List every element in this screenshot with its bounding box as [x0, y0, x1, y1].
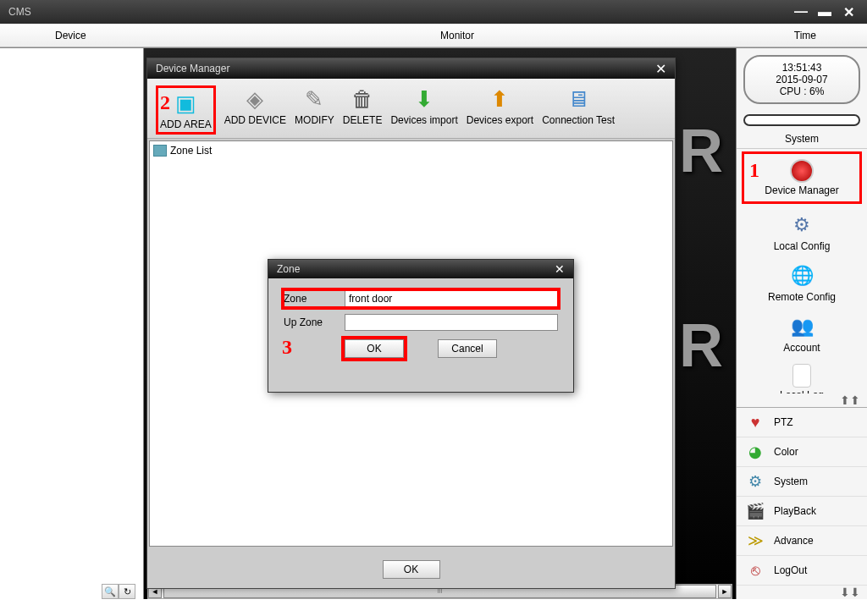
dm-title-bar[interactable]: Device Manager ✕ [147, 58, 675, 79]
playback-icon: 🎬 [745, 502, 765, 520]
sys-label: Remote Config [738, 291, 865, 303]
status-display: 13:51:43 2015-09-07 CPU : 6% [743, 55, 860, 104]
zone-input[interactable] [345, 290, 558, 307]
tree-root-item[interactable]: Zone List [153, 145, 669, 157]
app-title: CMS [8, 6, 31, 18]
toolbar-add-device[interactable]: ◈ ADD DEVICE [224, 85, 286, 135]
annotation-3: 3 [282, 336, 292, 359]
toolbar-add-area[interactable]: 2 ▣ ADD AREA [156, 85, 216, 135]
system-section-header: System [737, 129, 867, 149]
menu-color[interactable]: ◕Color [737, 437, 867, 467]
upzone-input[interactable] [345, 314, 558, 331]
menu-time[interactable]: Time [794, 30, 816, 41]
scroll-down-arrow[interactable]: ⬇⬇ [737, 586, 867, 599]
scroll-right-button[interactable]: ► [718, 585, 732, 598]
color-icon: ◕ [745, 443, 765, 461]
menu-monitor[interactable]: Monitor [440, 30, 474, 41]
maximize-button[interactable]: ▬ [815, 5, 835, 19]
sys-label: Local Config [738, 240, 865, 252]
zone-dialog: Zone ✕ Zone Up Zone 3 OK Cancel [268, 259, 574, 393]
menu-advance[interactable]: ≫Advance [737, 526, 867, 556]
dm-ok-button[interactable]: OK [383, 560, 440, 579]
annotation-1: 1 [749, 159, 759, 182]
local-log-icon [792, 364, 811, 388]
logout-icon: ⎋ [745, 561, 765, 580]
menu-device[interactable]: Device [55, 30, 86, 41]
system-item-local-log[interactable]: Local Log [737, 359, 867, 393]
add-device-icon: ◈ [240, 85, 270, 113]
local-config-icon: ⚙ [788, 212, 815, 239]
sys-label: Account [738, 342, 865, 354]
date-text: 2015-09-07 [754, 74, 850, 85]
menu-logout[interactable]: ⎋LogOut [737, 556, 867, 586]
toolbar-modify[interactable]: ✎ MODIFY [295, 85, 334, 135]
app-title-bar: CMS — ▬ ✕ [0, 0, 867, 24]
right-control-panel: 13:51:43 2015-09-07 CPU : 6% System 1 De… [736, 48, 867, 599]
remote-config-icon: 🌐 [788, 262, 815, 289]
toolbar-delete[interactable]: 🗑 DELETE [343, 85, 383, 135]
refresh-button[interactable]: ↻ [119, 584, 135, 599]
zone-cancel-button[interactable]: Cancel [438, 339, 497, 358]
zone-label: Zone [284, 293, 345, 305]
close-button[interactable]: ✕ [838, 5, 859, 19]
zone-close-button[interactable]: ✕ [555, 262, 565, 276]
clock-text: 13:51:43 [754, 62, 850, 74]
top-menu-bar: Device Monitor Time [0, 24, 867, 47]
tree-root-label: Zone List [170, 145, 212, 157]
import-icon: ⬇ [409, 85, 439, 113]
dm-title-text: Device Manager [156, 63, 229, 74]
system-items-list: 1 Device Manager ⚙ Local Config 🌐 Remote… [737, 149, 867, 393]
export-icon: ⬆ [484, 85, 515, 113]
bottom-menu-list: ♥PTZ ◕Color ⚙System 🎬PlayBack ≫Advance ⎋… [737, 407, 867, 586]
zone-name-row: Zone [284, 290, 558, 307]
zone-ok-button[interactable]: OK [345, 339, 404, 358]
conn-test-icon: 🖥 [563, 85, 594, 113]
system-icon: ⚙ [745, 472, 765, 491]
minimize-button[interactable]: — [791, 5, 811, 19]
ptz-icon: ♥ [745, 413, 765, 432]
device-manager-icon [790, 159, 814, 183]
annotation-2: 2 [160, 91, 170, 114]
left-device-panel: 🔍↻ [0, 48, 144, 599]
menu-playback[interactable]: 🎬PlayBack [737, 497, 867, 526]
dm-toolbar: 2 ▣ ADD AREA ◈ ADD DEVICE ✎ MODIFY 🗑 DEL… [147, 79, 675, 139]
sys-label: Device Manager [746, 184, 858, 196]
delete-icon: 🗑 [347, 85, 378, 113]
zone-list-icon [153, 145, 167, 157]
menu-system[interactable]: ⚙System [737, 467, 867, 497]
advance-icon: ≫ [745, 531, 765, 550]
watermark-R2: R [679, 311, 723, 380]
zone-title-bar[interactable]: Zone ✕ [268, 260, 573, 278]
dm-close-button[interactable]: ✕ [655, 61, 666, 77]
scroll-up-arrow[interactable]: ⬆⬆ [737, 393, 867, 407]
cpu-progress-bar [743, 114, 860, 126]
watermark-R1: R [679, 116, 723, 185]
modify-icon: ✎ [299, 85, 329, 113]
system-item-remote-config[interactable]: 🌐 Remote Config [737, 257, 867, 308]
upzone-label: Up Zone [284, 316, 345, 328]
search-button[interactable]: 🔍 [102, 584, 119, 599]
toolbar-connection-test[interactable]: 🖥 Connection Test [542, 85, 615, 135]
upzone-row: Up Zone [284, 314, 558, 331]
toolbar-export[interactable]: ⬆ Devices export [467, 85, 533, 135]
system-item-account[interactable]: 👥 Account [737, 308, 867, 359]
menu-ptz[interactable]: ♥PTZ [737, 408, 867, 437]
system-item-local-config[interactable]: ⚙ Local Config [737, 206, 867, 257]
add-area-icon: ▣ [170, 90, 201, 117]
system-item-device-manager[interactable]: 1 Device Manager [742, 151, 862, 204]
account-icon: 👥 [788, 313, 815, 340]
toolbar-import[interactable]: ⬇ Devices import [390, 85, 457, 135]
zone-title-text: Zone [277, 263, 300, 275]
cpu-text: CPU : 6% [754, 85, 850, 97]
